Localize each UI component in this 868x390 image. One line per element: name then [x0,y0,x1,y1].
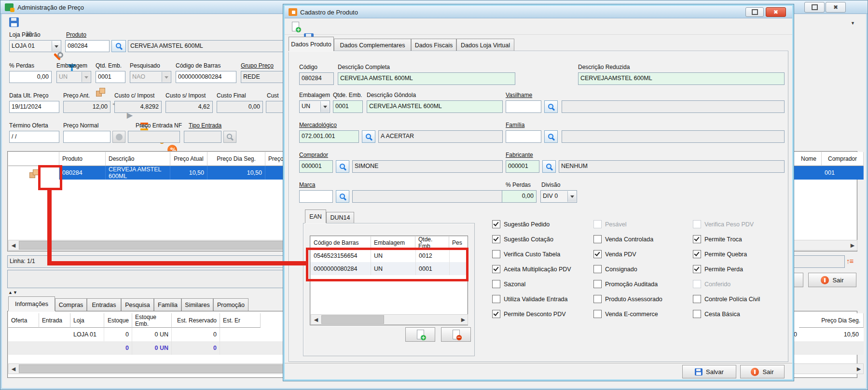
bg-sair-button[interactable]: Sair [808,273,856,287]
vasilhame-search-button[interactable] [544,100,558,113]
familia-search-button[interactable] [544,130,558,143]
produto-search-button[interactable] [111,40,126,52]
mercadologico-label[interactable]: Mercadológico [299,122,337,128]
preco-normal-input[interactable] [63,131,110,143]
divisao-select[interactable]: DIV 0 [540,190,577,203]
tab-familia[interactable]: Família [154,298,181,311]
tipo-entrada-label[interactable]: Tipo Entrada [189,122,221,129]
tab-dados-produto[interactable]: Dados Produto [289,37,334,51]
tab-similares[interactable]: Similares [181,298,213,311]
produto-input[interactable]: 080284 [65,40,110,52]
ean-add-button[interactable] [405,327,435,342]
salvar-button[interactable]: Salvar [682,365,736,378]
collapse-expand-icon[interactable]: ▲▼ [8,290,18,295]
marca-search-button[interactable] [336,190,349,203]
checkbox-venda-controlada[interactable]: Venda Controlada [593,235,653,243]
scrollbar-thumb[interactable] [321,315,384,324]
checkbox-venda-ecommerce[interactable]: Venda E-commerce [593,310,658,318]
scroll-right-icon[interactable]: ▶ [854,364,863,373]
checkbox-permite-desconto-pdv[interactable]: Permite Desconto PDV [492,310,566,318]
codigo-barras-input[interactable]: 0000000080284 [176,71,236,83]
tab-dun14[interactable]: DUN14 [326,212,354,223]
tab-pesquisa[interactable]: Pesquisa [121,298,154,311]
ean-grid-hscrollbar[interactable]: ◀ ▶ [311,314,468,325]
scroll-right-icon[interactable]: ▶ [848,241,857,250]
fabricante-label[interactable]: Fabricante [506,152,533,158]
tab-dados-loja-virtual[interactable]: Dados Loja Virtual [456,39,514,51]
grupo-preco-label[interactable]: Grupo Preço [241,62,274,69]
qtd-emb-input[interactable]: 0001 [96,71,125,83]
marca-input[interactable] [299,190,333,203]
preco-normal-badge-button[interactable] [112,131,125,143]
ean-row-2[interactable]: 0000000080284 UN 0001 [311,262,468,275]
tab-promocao[interactable]: Promoção [213,298,248,311]
checkbox-sugestao-pedido[interactable]: Sugestão Pedido [492,220,550,228]
checkbox-promocao-auditada[interactable]: Promoção Auditada [593,280,658,288]
descricao-gondola-input[interactable]: CERVEJA AMSTEL 600ML [367,100,503,113]
checkbox-sazonal[interactable]: Sazonal [492,280,525,288]
comprador-search-button[interactable] [336,160,349,173]
column-header-entrada[interactable]: Entrada [39,313,70,328]
checkbox-utiliza-validade-entrada[interactable]: Utiliza Validade Entrada [492,295,567,303]
perdas-input[interactable]: 0,00 [502,190,537,203]
checkbox-aceita-multiplicacao-pdv[interactable]: Aceita Multiplicação PDV [492,265,571,273]
familia-input[interactable] [506,130,541,143]
column-header-codigo-barras[interactable]: Código de Barras [311,237,371,249]
descricao-reduzida-input[interactable]: CERVEJAAMSTEL 600ML [578,72,785,85]
save-icon[interactable] [8,16,20,28]
checkbox-produto-assessorado[interactable]: Produto Assessorado [593,295,662,303]
checkbox-venda-pdv[interactable]: Venda PDV [593,250,636,258]
mercadologico-input[interactable]: 072.001.001 [299,130,359,143]
perdas-input[interactable]: 0,00 [9,71,52,83]
produto-label[interactable]: Produto [66,31,86,38]
column-header-est-er[interactable]: Est. Er [220,313,261,328]
checkbox-permite-quebra[interactable]: Permite Quebra [693,250,747,258]
checkbox-sugestao-cotacao[interactable]: Sugestão Cotação [492,235,553,243]
tools-dropdown-caret-icon[interactable]: ▼ [851,21,855,26]
ean-row-1[interactable]: 0546523156654 UN 0012 [311,249,468,262]
column-header-icon[interactable] [8,152,59,166]
modal-close-button[interactable]: ✖ [766,7,786,17]
checkbox-permite-perda[interactable]: Permite Perda [693,265,743,273]
up-list-icon[interactable]: ↑≡ [846,257,853,265]
column-header-oferta[interactable]: Oferta [8,313,39,328]
column-header-pes[interactable]: Pes [449,237,468,249]
mercadologico-search-button[interactable] [362,130,375,143]
descricao-completa-input[interactable]: CERVEJA AMSTEL 600ML [338,72,515,85]
scroll-left-icon[interactable]: ◀ [9,241,18,250]
comprador-label[interactable]: Comprador [299,152,328,158]
tab-dados-complementares[interactable]: Dados Complementares [334,39,411,51]
checkbox-controle-policia-civil[interactable]: Controle Polícia Civil [693,295,760,303]
loja-padrao-select[interactable]: LOJA 01 [9,40,61,52]
checkbox-verifica-custo-tabela[interactable]: Verifica Custo Tabela [492,250,560,258]
embalagem-select[interactable]: UN [299,100,330,113]
termino-oferta-input[interactable]: / / [9,131,59,143]
column-header-estoque-emb[interactable]: Estoque Emb. [132,313,172,328]
tab-dados-fiscais[interactable]: Dados Fiscais [411,39,456,51]
ean-remove-button[interactable] [441,327,471,342]
tab-informacoes[interactable]: Informações [8,296,55,311]
row-stock-icon-cell[interactable] [8,166,59,180]
fabricante-search-button[interactable] [542,160,556,173]
column-header-estoque[interactable]: Estoque [104,313,132,328]
column-header-preco-dia-seg[interactable]: Preço Dia Seg. [207,152,265,166]
checkbox-consignado[interactable]: Consignado [593,265,637,273]
tipo-entrada-search-button[interactable] [223,131,236,143]
column-header-est-reservado[interactable]: Est. Reservado [172,313,220,328]
scroll-right-icon[interactable]: ▶ [459,315,468,324]
column-header-comprador[interactable]: Comprador [822,152,864,166]
column-header-qtde-emb[interactable]: Qtde. Emb [415,237,449,249]
column-header-preco-atual[interactable]: Preço Atual [170,152,207,166]
vasilhame-input[interactable] [506,100,541,113]
comprador-input[interactable]: 000001 [299,160,333,173]
wrench-icon[interactable] [52,51,63,63]
column-header-loja[interactable]: Loja [70,313,104,328]
fabricante-input[interactable]: 000001 [506,160,539,173]
tab-compras[interactable]: Compras [55,298,87,311]
bg-close-button[interactable]: ✖ [826,2,846,13]
scroll-left-icon[interactable]: ◀ [9,364,18,373]
new-record-icon[interactable] [289,21,301,32]
column-header-descricao[interactable]: Descrição [106,152,170,166]
data-ult-preco-input[interactable]: 19/11/2024 [9,101,59,113]
tab-entradas[interactable]: Entradas [87,298,121,311]
